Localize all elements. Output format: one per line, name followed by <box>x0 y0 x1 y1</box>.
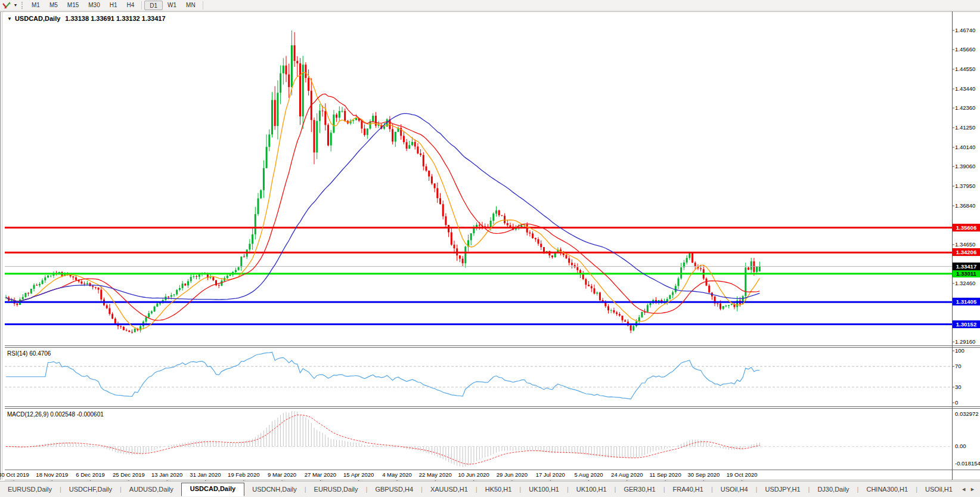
date-tick-label: 10 Jun 2020 <box>458 471 489 478</box>
tab-scroll-buttons: ◄► <box>961 486 980 492</box>
chart-tab-usoil-h4[interactable]: USOil,H4 <box>713 483 756 496</box>
chart-arrows-icon[interactable] <box>1 1 12 10</box>
chart-tab-uk100-h1[interactable]: UK100,H1 <box>569 483 615 496</box>
rsi-tick: 0 <box>955 399 958 406</box>
chart-tab-uk100-h1[interactable]: UK100,H1 <box>521 483 567 496</box>
price-tick: 1.39060 <box>955 163 975 169</box>
level-price-tag: 1.30152 <box>953 320 980 328</box>
price-tick: 1.45660 <box>955 46 975 53</box>
chart-tab-eurusd-daily[interactable]: EURUSD,Daily <box>0 483 60 496</box>
price-tick: 1.41250 <box>955 124 975 131</box>
chart-tab-usdchf-daily[interactable]: USDCHF,Daily <box>61 483 120 496</box>
timeframe-button-m30[interactable]: M30 <box>83 1 104 10</box>
timeframe-toolbar: ▼ M1M5M15M30H1H4D1W1MN <box>0 0 980 11</box>
chart-ohlc-values: 1.33138 1.33691 1.33132 1.33417 <box>65 15 165 22</box>
chart-tab-bar: EURUSD,Daily|USDCHF,Daily|AUDUSD,DailyUS… <box>0 481 980 497</box>
price-tick: 1.43440 <box>955 85 975 92</box>
rsi-tick: 100 <box>955 347 965 354</box>
price-tick: 1.42360 <box>955 104 975 111</box>
chart-tab-dj30-daily[interactable]: DJ30,Daily <box>810 483 857 496</box>
price-tick: 1.34650 <box>955 241 975 248</box>
date-tick-label: 30 Oct 2019 <box>0 471 29 478</box>
chevron-down-icon[interactable]: ▼ <box>12 3 19 7</box>
date-tick-label: 19 Feb 2020 <box>228 471 259 478</box>
date-tick-label: 17 Jul 2020 <box>536 471 565 478</box>
rsi-label: RSI(14) 60.4706 <box>7 350 51 357</box>
price-tick: 1.37950 <box>955 183 975 189</box>
chart-tab-fra40-h1[interactable]: FRA40,H1 <box>665 483 711 496</box>
timeframe-button-h1[interactable]: H1 <box>105 1 122 10</box>
date-tick-label: 15 Apr 2020 <box>343 471 374 478</box>
date-tick-label: 5 Aug 2020 <box>574 471 603 478</box>
chart-title: ▼USDCAD,Daily1.33138 1.33691 1.33132 1.3… <box>7 15 166 22</box>
price-tick: 1.36840 <box>955 202 975 209</box>
price-tick: 1.29160 <box>955 338 975 345</box>
macd-axis-max: 0.032972 <box>955 410 979 417</box>
chart-tab-china300-h1[interactable]: CHINA300,H1 <box>858 483 916 496</box>
date-tick-label: 9 Mar 2020 <box>268 471 296 478</box>
chart-tab-usoil-h1[interactable]: USOil,H1 <box>917 483 960 496</box>
rsi-tick: 30 <box>955 384 962 390</box>
chart-tab-eurusd-daily[interactable]: EURUSD,Daily <box>306 483 366 496</box>
macd-label: MACD(12,26,9) 0.002548 -0.000601 <box>7 411 104 418</box>
level-price-tag: 1.35606 <box>953 224 980 231</box>
chart-dropdown-icon[interactable]: ▼ <box>7 16 12 21</box>
date-tick-label: 31 Jan 2020 <box>190 471 221 478</box>
macd-axis-zero: 0.00 <box>955 443 966 449</box>
chart-tab-xauusd-h1[interactable]: XAUUSD,H1 <box>423 483 476 496</box>
date-tick-label: 4 May 2020 <box>382 471 412 478</box>
date-tick-label: 25 Dec 2019 <box>113 471 145 478</box>
chart-tab-usdcnh-daily[interactable]: USDCNH,Daily <box>244 483 305 496</box>
macd-axis-min: -0.018154 <box>955 460 980 467</box>
price-tick: 1.40140 <box>955 144 975 150</box>
level-price-tag: 1.31405 <box>953 298 980 305</box>
timeframe-button-m15[interactable]: M15 <box>63 1 83 10</box>
date-tick-label: 22 May 2020 <box>419 471 452 478</box>
timeframe-button-w1[interactable]: W1 <box>163 1 181 10</box>
date-tick-label: 27 Mar 2020 <box>305 471 336 478</box>
level-price-tag: 1.33011 <box>953 270 980 277</box>
toolbar-grip[interactable] <box>21 2 24 9</box>
timeframe-button-mn[interactable]: MN <box>181 1 200 10</box>
date-tick-label: 30 Sep 2020 <box>687 471 720 478</box>
date-tick-label: 18 Nov 2019 <box>36 471 68 478</box>
chart-tab-hk50-h1[interactable]: HK50,H1 <box>477 483 520 496</box>
date-tick-label: 29 Jun 2020 <box>497 471 528 478</box>
bid-price-tag: 1.33417 <box>953 263 980 270</box>
chart-tab-ger30-h1[interactable]: GER30,H1 <box>616 483 663 496</box>
level-price-tag: 1.34206 <box>953 248 980 256</box>
timeframe-button-h4[interactable]: H4 <box>122 1 139 10</box>
chart-symbol-label: USDCAD,Daily <box>15 15 60 22</box>
chart-canvas[interactable] <box>0 0 980 481</box>
date-tick-label: 24 Aug 2020 <box>611 471 643 478</box>
chart-tab-usdcad-daily[interactable]: USDCAD,Daily <box>181 483 244 496</box>
price-tick: 1.46740 <box>955 27 975 33</box>
mt4-window: ▼ M1M5M15M30H1H4D1W1MN ▼USDCAD,Daily1.33… <box>0 0 980 497</box>
chart-tab-gbpusd-h4[interactable]: GBPUSD,H4 <box>367 483 421 496</box>
timeframe-buttons: M1M5M15M30H1H4D1W1MN <box>27 1 206 10</box>
timeframe-button-m1[interactable]: M1 <box>27 1 45 10</box>
tab-scroll-right-icon[interactable]: ► <box>970 486 975 492</box>
chart-tab-usdjpy-h1[interactable]: USDJPY,H1 <box>757 483 808 496</box>
chart-tab-audusd-daily[interactable]: AUDUSD,Daily <box>122 483 181 496</box>
rsi-tick: 70 <box>955 363 962 369</box>
date-tick-label: 19 Oct 2020 <box>727 471 758 478</box>
date-tick-label: 13 Jan 2020 <box>151 471 182 478</box>
date-tick-label: 11 Sep 2020 <box>650 471 681 478</box>
price-tick: 1.44550 <box>955 66 975 72</box>
price-tick: 1.32460 <box>955 280 975 286</box>
tab-scroll-left-icon[interactable]: ◄ <box>961 486 966 492</box>
date-tick-label: 6 Dec 2019 <box>76 471 105 478</box>
timeframe-button-m5[interactable]: M5 <box>45 1 63 10</box>
timeframe-button-d1[interactable]: D1 <box>144 1 163 10</box>
